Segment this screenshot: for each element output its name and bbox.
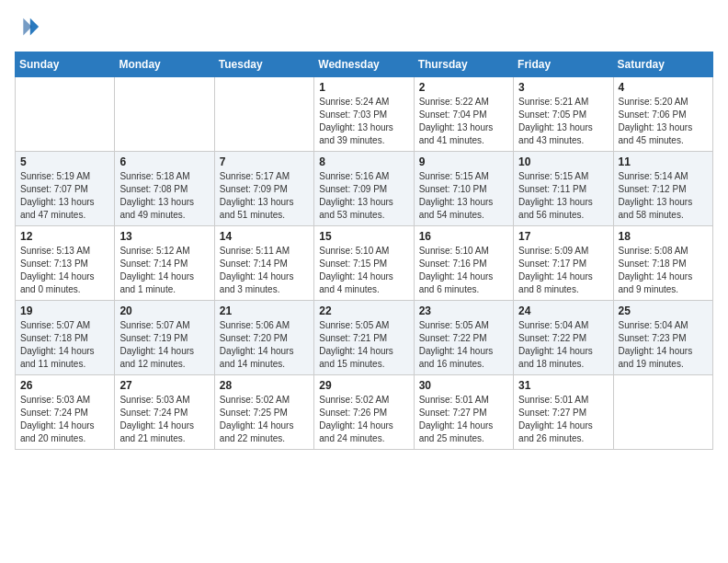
page-header [15, 15, 713, 40]
weekday-header-wednesday: Wednesday [314, 52, 414, 77]
calendar-cell: 17Sunrise: 5:09 AM Sunset: 7:17 PM Dayli… [514, 226, 613, 301]
calendar-cell [214, 77, 313, 152]
day-info: Sunrise: 5:04 AM Sunset: 7:23 PM Dayligh… [619, 319, 708, 371]
day-number: 2 [419, 81, 508, 94]
calendar-week-row: 26Sunrise: 5:03 AM Sunset: 7:24 PM Dayli… [16, 375, 713, 450]
day-number: 21 [220, 304, 309, 317]
day-number: 7 [220, 155, 309, 168]
day-info: Sunrise: 5:02 AM Sunset: 7:26 PM Dayligh… [319, 394, 408, 445]
day-number: 12 [20, 230, 109, 243]
day-info: Sunrise: 5:22 AM Sunset: 7:04 PM Dayligh… [419, 96, 508, 147]
calendar-table: SundayMondayTuesdayWednesdayThursdayFrid… [15, 52, 713, 450]
calendar-cell: 27Sunrise: 5:03 AM Sunset: 7:24 PM Dayli… [115, 375, 214, 450]
weekday-header-thursday: Thursday [414, 52, 513, 77]
day-info: Sunrise: 5:03 AM Sunset: 7:24 PM Dayligh… [20, 394, 109, 445]
calendar-cell: 29Sunrise: 5:02 AM Sunset: 7:26 PM Dayli… [314, 375, 414, 450]
day-info: Sunrise: 5:19 AM Sunset: 7:07 PM Dayligh… [20, 170, 109, 222]
calendar-cell: 16Sunrise: 5:10 AM Sunset: 7:16 PM Dayli… [414, 226, 513, 301]
day-number: 3 [518, 81, 608, 94]
day-number: 13 [119, 230, 209, 243]
calendar-cell: 11Sunrise: 5:14 AM Sunset: 7:12 PM Dayli… [613, 152, 712, 226]
day-info: Sunrise: 5:10 AM Sunset: 7:16 PM Dayligh… [419, 245, 508, 296]
calendar-cell: 5Sunrise: 5:19 AM Sunset: 7:07 PM Daylig… [16, 152, 115, 226]
day-number: 11 [619, 155, 708, 168]
day-number: 6 [119, 155, 209, 168]
calendar-cell: 25Sunrise: 5:04 AM Sunset: 7:23 PM Dayli… [613, 301, 712, 375]
calendar-cell: 18Sunrise: 5:08 AM Sunset: 7:18 PM Dayli… [613, 226, 712, 301]
day-info: Sunrise: 5:01 AM Sunset: 7:27 PM Dayligh… [518, 394, 608, 445]
day-number: 14 [220, 230, 309, 243]
day-info: Sunrise: 5:24 AM Sunset: 7:03 PM Dayligh… [319, 96, 408, 147]
day-number: 22 [319, 304, 408, 317]
day-info: Sunrise: 5:07 AM Sunset: 7:18 PM Dayligh… [20, 319, 109, 371]
day-info: Sunrise: 5:14 AM Sunset: 7:12 PM Dayligh… [619, 170, 708, 222]
calendar-cell: 20Sunrise: 5:07 AM Sunset: 7:19 PM Dayli… [115, 301, 214, 375]
day-info: Sunrise: 5:04 AM Sunset: 7:22 PM Dayligh… [518, 319, 608, 371]
logo-icon [15, 15, 40, 40]
calendar-cell: 9Sunrise: 5:15 AM Sunset: 7:10 PM Daylig… [414, 152, 513, 226]
day-info: Sunrise: 5:21 AM Sunset: 7:05 PM Dayligh… [518, 96, 608, 147]
logo [15, 15, 44, 40]
calendar-cell: 30Sunrise: 5:01 AM Sunset: 7:27 PM Dayli… [414, 375, 513, 450]
calendar-cell: 15Sunrise: 5:10 AM Sunset: 7:15 PM Dayli… [314, 226, 414, 301]
day-info: Sunrise: 5:09 AM Sunset: 7:17 PM Dayligh… [518, 245, 608, 296]
day-number: 29 [319, 379, 408, 392]
calendar-cell: 22Sunrise: 5:05 AM Sunset: 7:21 PM Dayli… [314, 301, 414, 375]
calendar-cell [613, 375, 712, 450]
day-info: Sunrise: 5:12 AM Sunset: 7:14 PM Dayligh… [119, 245, 209, 296]
day-number: 4 [619, 81, 708, 94]
calendar-cell: 8Sunrise: 5:16 AM Sunset: 7:09 PM Daylig… [314, 152, 414, 226]
calendar-cell: 19Sunrise: 5:07 AM Sunset: 7:18 PM Dayli… [16, 301, 115, 375]
day-number: 1 [319, 81, 408, 94]
day-info: Sunrise: 5:07 AM Sunset: 7:19 PM Dayligh… [119, 319, 209, 371]
day-info: Sunrise: 5:03 AM Sunset: 7:24 PM Dayligh… [119, 394, 209, 445]
calendar-cell: 2Sunrise: 5:22 AM Sunset: 7:04 PM Daylig… [414, 77, 513, 152]
day-number: 26 [20, 379, 109, 392]
day-info: Sunrise: 5:16 AM Sunset: 7:09 PM Dayligh… [319, 170, 408, 222]
weekday-header-tuesday: Tuesday [214, 52, 313, 77]
day-number: 5 [20, 155, 109, 168]
calendar-cell: 12Sunrise: 5:13 AM Sunset: 7:13 PM Dayli… [16, 226, 115, 301]
calendar-cell [16, 77, 115, 152]
day-number: 17 [518, 230, 608, 243]
weekday-header-saturday: Saturday [613, 52, 712, 77]
day-number: 30 [419, 379, 508, 392]
calendar-cell: 7Sunrise: 5:17 AM Sunset: 7:09 PM Daylig… [214, 152, 313, 226]
day-number: 23 [419, 304, 508, 317]
day-info: Sunrise: 5:11 AM Sunset: 7:14 PM Dayligh… [220, 245, 309, 296]
weekday-header-sunday: Sunday [16, 52, 115, 77]
calendar-cell: 26Sunrise: 5:03 AM Sunset: 7:24 PM Dayli… [16, 375, 115, 450]
day-number: 16 [419, 230, 508, 243]
calendar-cell: 3Sunrise: 5:21 AM Sunset: 7:05 PM Daylig… [514, 77, 613, 152]
calendar-cell: 28Sunrise: 5:02 AM Sunset: 7:25 PM Dayli… [214, 375, 313, 450]
weekday-header-friday: Friday [514, 52, 613, 77]
calendar-cell: 4Sunrise: 5:20 AM Sunset: 7:06 PM Daylig… [613, 77, 712, 152]
day-info: Sunrise: 5:05 AM Sunset: 7:21 PM Dayligh… [319, 319, 408, 371]
weekday-header-row: SundayMondayTuesdayWednesdayThursdayFrid… [16, 52, 713, 77]
day-number: 10 [518, 155, 608, 168]
calendar-cell: 10Sunrise: 5:15 AM Sunset: 7:11 PM Dayli… [514, 152, 613, 226]
calendar-cell: 31Sunrise: 5:01 AM Sunset: 7:27 PM Dayli… [514, 375, 613, 450]
day-number: 25 [619, 304, 708, 317]
day-info: Sunrise: 5:13 AM Sunset: 7:13 PM Dayligh… [20, 245, 109, 296]
calendar-week-row: 1Sunrise: 5:24 AM Sunset: 7:03 PM Daylig… [16, 77, 713, 152]
day-number: 9 [419, 155, 508, 168]
calendar-cell [115, 77, 214, 152]
day-info: Sunrise: 5:02 AM Sunset: 7:25 PM Dayligh… [220, 394, 309, 445]
day-number: 24 [518, 304, 608, 317]
day-number: 15 [319, 230, 408, 243]
day-number: 31 [518, 379, 608, 392]
calendar-week-row: 12Sunrise: 5:13 AM Sunset: 7:13 PM Dayli… [16, 226, 713, 301]
day-number: 20 [119, 304, 209, 317]
day-info: Sunrise: 5:15 AM Sunset: 7:11 PM Dayligh… [518, 170, 608, 222]
day-info: Sunrise: 5:18 AM Sunset: 7:08 PM Dayligh… [119, 170, 209, 222]
day-info: Sunrise: 5:06 AM Sunset: 7:20 PM Dayligh… [220, 319, 309, 371]
day-info: Sunrise: 5:17 AM Sunset: 7:09 PM Dayligh… [220, 170, 309, 222]
day-info: Sunrise: 5:10 AM Sunset: 7:15 PM Dayligh… [319, 245, 408, 296]
day-number: 8 [319, 155, 408, 168]
calendar-cell: 1Sunrise: 5:24 AM Sunset: 7:03 PM Daylig… [314, 77, 414, 152]
day-number: 28 [220, 379, 309, 392]
day-info: Sunrise: 5:05 AM Sunset: 7:22 PM Dayligh… [419, 319, 508, 371]
calendar-week-row: 5Sunrise: 5:19 AM Sunset: 7:07 PM Daylig… [16, 152, 713, 226]
weekday-header-monday: Monday [115, 52, 214, 77]
